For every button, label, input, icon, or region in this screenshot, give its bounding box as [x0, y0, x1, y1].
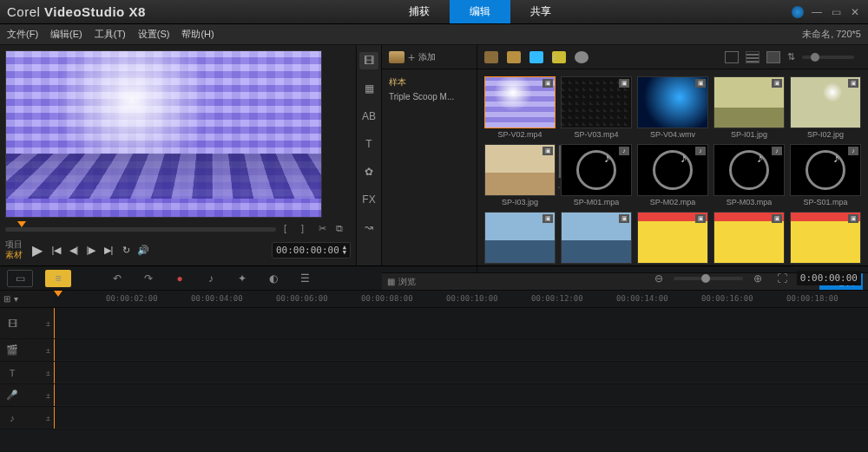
tool-filter[interactable]: ✿	[359, 163, 378, 180]
item-label: SP-I02.jpg	[807, 130, 844, 139]
tool-fx[interactable]: FX	[359, 191, 378, 208]
undo-button[interactable]: ↶	[108, 271, 127, 286]
zoom-in-button[interactable]: ⊕	[748, 271, 767, 286]
library-item[interactable]: ▣	[713, 212, 785, 265]
library-item[interactable]: ▣SP-I01.jpg	[713, 76, 785, 139]
mark-out-icon[interactable]: ]	[301, 223, 313, 235]
tree-item[interactable]: 样本	[389, 76, 470, 88]
redo-button[interactable]: ↷	[139, 271, 158, 286]
timeline-mode-button[interactable]: ≡	[45, 270, 71, 287]
next-frame-button[interactable]: |▶	[83, 242, 99, 258]
track-lane[interactable]	[54, 384, 868, 406]
track-lane[interactable]	[54, 339, 868, 361]
library-item[interactable]: ▣	[790, 212, 861, 265]
menu-编辑(E)[interactable]: 编辑(E)	[50, 28, 82, 41]
library-toolbar: + 添加 ♪ ⇅	[382, 45, 868, 69]
library-item[interactable]: ▣SP-I02.jpg	[790, 76, 861, 139]
record-button[interactable]: ●	[170, 271, 189, 286]
restore-button[interactable]: ▭	[830, 6, 842, 18]
track-header[interactable]: 🎞±	[0, 308, 54, 338]
close-button[interactable]: ✕	[849, 6, 861, 18]
zoom-out-button[interactable]: ⊖	[649, 271, 668, 286]
library-item[interactable]: ♪SP-S01.mpa	[790, 144, 861, 206]
help-globe-icon[interactable]	[792, 6, 804, 18]
timecode-display[interactable]: 00:00:00:00 ▲▼	[272, 242, 351, 259]
library-item[interactable]: ♪SP-M03.mpa	[713, 144, 785, 206]
view-detail-icon[interactable]	[766, 51, 780, 63]
menu-文件(F)[interactable]: 文件(F)	[7, 28, 38, 41]
ruler-menu-icon[interactable]: ▾	[14, 294, 24, 304]
go-end-button[interactable]: ▶|	[101, 242, 116, 258]
thumb-size-slider[interactable]	[802, 56, 854, 59]
track-expand-icon[interactable]: ±	[46, 346, 50, 355]
filter-video-icon[interactable]	[507, 51, 521, 63]
library-item[interactable]: ♪SP-M01.mpa	[561, 144, 632, 206]
mode-clip-label[interactable]: 素材	[5, 250, 23, 260]
go-start-button[interactable]: |◀	[49, 242, 64, 258]
tree-item[interactable]: Triple Scoop M...	[389, 92, 470, 102]
audio-mixer-button[interactable]: ♪	[201, 271, 220, 286]
filter-audio-icon[interactable]: ♪	[552, 51, 566, 63]
track-lane[interactable]	[54, 362, 868, 383]
library-item[interactable]: ▣	[637, 212, 708, 265]
library-item[interactable]: ▣SP-V02.mp4	[484, 76, 556, 139]
track-header[interactable]: 🎬±	[0, 339, 54, 361]
timeline-ruler[interactable]: ⊞ ▾ 00:00:02:0000:00:04:0000:00:06:0000:…	[0, 291, 868, 308]
play-button[interactable]: ▶	[30, 242, 45, 258]
minimize-button[interactable]: —	[811, 6, 823, 18]
cut-icon[interactable]: ✂	[319, 223, 331, 235]
zoom-slider[interactable]	[674, 277, 743, 280]
menu-工具(T)[interactable]: 工具(T)	[95, 28, 126, 41]
track-header[interactable]: ♪±	[0, 407, 54, 429]
mark-in-icon[interactable]: [	[284, 223, 296, 235]
view-thumb-icon[interactable]	[725, 51, 739, 63]
tool-media[interactable]: 🎞	[359, 52, 378, 69]
track-expand-icon[interactable]: ±	[46, 391, 50, 400]
track-header[interactable]: T±	[0, 362, 54, 383]
view-list-icon[interactable]	[746, 51, 760, 63]
tab-编辑[interactable]: 编辑	[450, 0, 510, 23]
tab-捕获[interactable]: 捕获	[389, 0, 450, 23]
track-expand-icon[interactable]: ±	[46, 319, 50, 328]
track-voice: 🎤±	[0, 384, 868, 407]
tool-graphic[interactable]: T	[359, 135, 378, 153]
library-item[interactable]: ♪SP-M02.mpa	[637, 144, 708, 206]
track-expand-icon[interactable]: ±	[46, 414, 50, 423]
playhead-icon[interactable]	[17, 221, 26, 227]
timeline-playhead-icon[interactable]	[54, 291, 62, 297]
library-item[interactable]: ▣	[561, 212, 632, 265]
scrub-bar[interactable]: [ ] ✂ ⧉	[5, 223, 351, 236]
filter-disc-icon[interactable]	[575, 51, 589, 63]
repeat-button[interactable]: ↻	[118, 242, 134, 258]
track-header[interactable]: 🎤±	[0, 384, 54, 406]
library-item[interactable]: ▣SP-V04.wmv	[637, 76, 708, 139]
mode-project-label[interactable]: 项目	[5, 239, 23, 250]
marker-button[interactable]: ◐	[264, 271, 283, 286]
auto-music-button[interactable]: ✦	[233, 271, 252, 286]
library-item[interactable]: ▣SP-I03.jpg	[484, 144, 556, 206]
tool-title[interactable]: AB	[359, 108, 378, 125]
filter-photo-icon[interactable]	[529, 51, 543, 63]
library-item[interactable]: ▣SP-V03.mp4	[561, 76, 632, 139]
volume-button[interactable]: 🔊	[135, 242, 151, 258]
fit-project-button[interactable]: ⛶	[773, 271, 792, 286]
library-add-folder[interactable]: + 添加	[382, 45, 477, 69]
storyboard-mode-button[interactable]: ▭	[7, 270, 33, 287]
tab-共享[interactable]: 共享	[510, 0, 571, 23]
tc-down-icon[interactable]: ▼	[343, 250, 346, 255]
prev-frame-button[interactable]: ◀|	[66, 242, 82, 258]
tool-path[interactable]: ↝	[359, 219, 378, 236]
menu-帮助(H)[interactable]: 帮助(H)	[181, 28, 214, 41]
track-lane[interactable]	[54, 407, 868, 429]
ruler-toggle-icon[interactable]: ⊞	[3, 294, 14, 304]
filter-folder-icon[interactable]	[484, 51, 498, 63]
menu-设置(S)[interactable]: 设置(S)	[138, 28, 170, 41]
track-manager-button[interactable]: ☰	[295, 271, 314, 286]
library-item[interactable]: ▣	[484, 212, 556, 265]
sort-icon[interactable]: ⇅	[787, 51, 795, 62]
preview-screen[interactable]	[5, 50, 322, 218]
track-lane[interactable]	[54, 308, 868, 338]
track-expand-icon[interactable]: ±	[46, 369, 50, 377]
tool-transition[interactable]: ▦	[359, 80, 378, 97]
split-icon[interactable]: ⧉	[336, 223, 348, 235]
